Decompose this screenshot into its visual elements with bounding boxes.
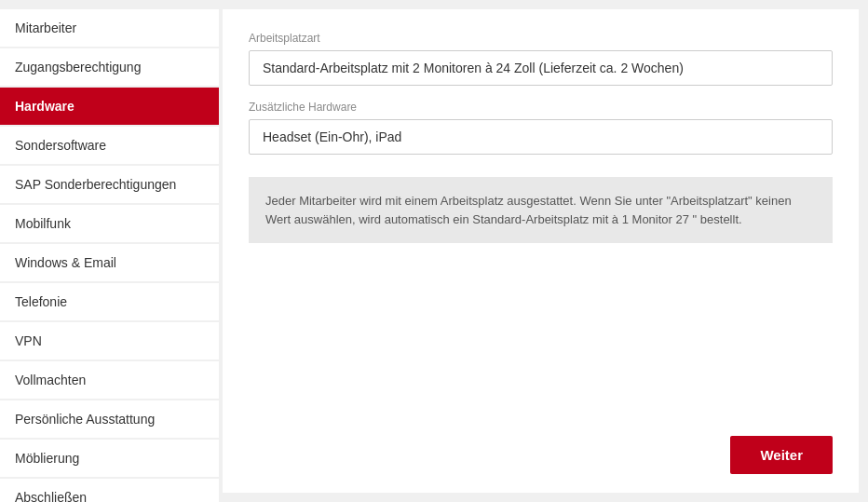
zusaetzliche-hardware-group: Zusätzliche Hardware Headset (Ein-Ohr), … xyxy=(249,101,833,155)
arbeitsplatzart-group: Arbeitsplatzart Standard-Arbeitsplatz mi… xyxy=(249,32,833,86)
sidebar-item-0[interactable]: Mitarbeiter xyxy=(0,9,219,47)
sidebar-item-4[interactable]: SAP Sonderberechtigungen xyxy=(0,166,219,203)
sidebar-item-1[interactable]: Zugangsberechtigung xyxy=(0,48,219,86)
arbeitsplatzart-label: Arbeitsplatzart xyxy=(249,32,833,45)
info-box: Jeder Mitarbeiter wird mit einem Arbeits… xyxy=(249,177,833,243)
footer: Weiter xyxy=(730,436,833,474)
zusaetzliche-hardware-label: Zusätzliche Hardware xyxy=(249,101,833,114)
sidebar: MitarbeiterZugangsberechtigungHardwareSo… xyxy=(0,0,219,502)
sidebar-item-6[interactable]: Windows & Email xyxy=(0,244,219,281)
sidebar-item-12[interactable]: Abschließen xyxy=(0,479,219,502)
main-content: Arbeitsplatzart Standard-Arbeitsplatz mi… xyxy=(223,9,859,493)
sidebar-item-8[interactable]: VPN xyxy=(0,322,219,360)
app-container: MitarbeiterZugangsberechtigungHardwareSo… xyxy=(0,0,868,502)
zusaetzliche-hardware-value: Headset (Ein-Ohr), iPad xyxy=(249,119,833,155)
sidebar-item-11[interactable]: Möblierung xyxy=(0,440,219,477)
weiter-button[interactable]: Weiter xyxy=(730,436,833,474)
sidebar-item-5[interactable]: Mobilfunk xyxy=(0,205,219,242)
sidebar-item-2[interactable]: Hardware xyxy=(0,88,219,125)
arbeitsplatzart-value: Standard-Arbeitsplatz mit 2 Monitoren à … xyxy=(249,50,833,86)
info-text: Jeder Mitarbeiter wird mit einem Arbeits… xyxy=(265,194,792,226)
sidebar-item-7[interactable]: Telefonie xyxy=(0,283,219,320)
sidebar-item-3[interactable]: Sondersoftware xyxy=(0,127,219,164)
sidebar-item-9[interactable]: Vollmachten xyxy=(0,361,219,399)
sidebar-item-10[interactable]: Persönliche Ausstattung xyxy=(0,400,219,438)
